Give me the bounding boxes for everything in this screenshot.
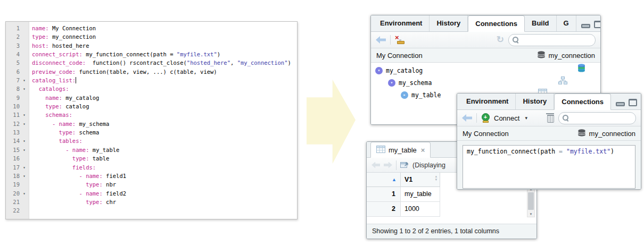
fold-icon[interactable]: ▾: [20, 189, 29, 198]
editor-line[interactable]: 7▾catalog_list:: [6, 76, 297, 84]
connection-row[interactable]: My Connection my_connection: [457, 126, 641, 141]
code-text: type: schema: [29, 128, 99, 137]
tab-history[interactable]: History: [430, 15, 468, 31]
yaml-editor[interactable]: 1name: My Connection2type: my_connection…: [5, 21, 298, 219]
editor-line[interactable]: 14▾ tables:: [6, 137, 297, 145]
editor-line[interactable]: 16 type: table: [6, 154, 297, 163]
editor-line[interactable]: 2type: my_connection: [6, 32, 297, 41]
fold-icon[interactable]: ▾: [20, 111, 29, 119]
code-text: type: catalog: [29, 102, 89, 111]
editor-line[interactable]: 13 type: schema: [6, 128, 297, 137]
editor-line[interactable]: 5disconnect_code: function() rscontract_…: [6, 58, 297, 67]
database-icon: [537, 51, 546, 60]
search-box[interactable]: [508, 34, 596, 46]
disconnect-icon[interactable]: ×: [395, 36, 406, 45]
connect-code-box[interactable]: my_function_connect(path = "myfile.txt"): [463, 145, 635, 189]
connect-base: [483, 121, 489, 123]
connect-icon[interactable]: +: [481, 113, 490, 123]
back-icon[interactable]: [376, 36, 386, 44]
open-in-window-icon[interactable]: [400, 160, 409, 170]
tab-connections[interactable]: Connections: [554, 94, 611, 110]
code-text: - name: field2: [29, 189, 126, 198]
minimize-icon[interactable]: [616, 102, 625, 106]
line-number: 12: [6, 120, 20, 128]
code-segment: my_catalog: [62, 95, 100, 101]
code-segment: my_function_connect(path =: [82, 51, 177, 57]
maximize-icon[interactable]: [594, 21, 601, 28]
connect-button[interactable]: Connect: [494, 114, 519, 122]
fold-icon[interactable]: ▾: [20, 137, 29, 145]
trash-icon[interactable]: [547, 115, 554, 123]
editor-line[interactable]: 11▾ schemas:: [6, 111, 297, 119]
tab-environment[interactable]: Environment: [373, 15, 430, 31]
vertical-scrollbar[interactable]: ▲ ▼: [527, 186, 535, 217]
fold-icon[interactable]: ▾: [20, 120, 29, 128]
right-arrow-graphic: [307, 80, 356, 164]
nav-forward-icon[interactable]: [384, 162, 392, 168]
row-number-header[interactable]: ▲: [367, 173, 401, 187]
editor-line[interactable]: 20▾ - name: field2: [6, 189, 297, 198]
editor-line[interactable]: 19 type: nbr: [6, 180, 297, 189]
code-segment: =: [559, 148, 563, 155]
editor-line[interactable]: 17▾ fields:: [6, 163, 297, 172]
code-segment: my_schema: [76, 121, 109, 127]
refresh-icon[interactable]: ↻: [497, 36, 504, 44]
fold-spacer: [20, 206, 29, 215]
code-segment: [32, 121, 52, 127]
fold-icon[interactable]: ▾: [20, 146, 29, 154]
editor-line[interactable]: 8▾ catalogs:: [6, 84, 297, 93]
connection-name: My Connection: [463, 130, 509, 138]
expand-icon[interactable]: ▸: [401, 91, 408, 99]
tab-history[interactable]: History: [516, 94, 554, 109]
editor-line[interactable]: 12▾ - name: my_schema: [6, 120, 297, 128]
fold-icon[interactable]: ▾: [20, 76, 29, 84]
editor-line[interactable]: 21 type: chr: [6, 198, 297, 206]
fold-spacer: [20, 41, 29, 50]
fold-spacer: [20, 102, 29, 111]
fold-icon[interactable]: ▾: [20, 84, 29, 93]
fold-spacer: [20, 198, 29, 206]
editor-line[interactable]: 15▾ - name: my_table: [6, 146, 297, 154]
editor-line[interactable]: 22: [6, 206, 297, 215]
row-number-cell: 2: [367, 202, 401, 217]
tree-row-my_catalog[interactable]: ▾my_catalog: [371, 64, 600, 77]
fold-icon[interactable]: ▾: [20, 163, 29, 172]
collapse-icon[interactable]: ▾: [375, 67, 383, 74]
nav-back-icon[interactable]: [371, 162, 380, 168]
editor-line[interactable]: 18▾ - name: field1: [6, 172, 297, 180]
column-header-v1[interactable]: V1▴▾: [401, 173, 440, 187]
scroll-down-icon[interactable]: ▼: [527, 212, 534, 217]
tab-g[interactable]: G: [557, 15, 576, 31]
code-segment: tables:: [59, 138, 82, 144]
editor-line[interactable]: 9 name: my_catalog: [6, 94, 297, 102]
maximize-icon[interactable]: [629, 99, 637, 106]
scroll-thumb[interactable]: [528, 192, 534, 210]
fold-icon[interactable]: ▾: [20, 172, 29, 180]
collapse-icon[interactable]: ▾: [388, 79, 395, 87]
viewer-tab[interactable]: my_table ×: [370, 142, 431, 158]
editor-line[interactable]: 6preview_code: function(table, view, ...…: [6, 67, 297, 76]
editor-line[interactable]: 1name: My Connection: [6, 24, 297, 32]
tab-connections[interactable]: Connections: [468, 15, 525, 32]
tab-build[interactable]: Build: [525, 15, 557, 31]
connections-toolbar: + Connect ▾: [457, 110, 641, 126]
fold-spacer: [20, 24, 29, 32]
code-segment: [32, 86, 39, 92]
tab-environment[interactable]: Environment: [459, 94, 516, 109]
sort-toggle-icon[interactable]: ▴▾: [435, 175, 437, 181]
search-box[interactable]: [558, 112, 636, 124]
code-segment: [32, 155, 72, 162]
close-icon[interactable]: ×: [421, 146, 425, 154]
connection-row[interactable]: My Connection my_connection: [371, 48, 600, 63]
fold-spacer: [20, 50, 29, 58]
connection-id: my_connection: [589, 130, 635, 138]
editor-line[interactable]: 4connect_script: my_function_connect(pat…: [6, 50, 297, 58]
sort-ascending-icon[interactable]: ▲: [392, 173, 397, 186]
toolbar-separator: [390, 35, 391, 45]
minimize-icon[interactable]: [581, 24, 590, 28]
editor-line[interactable]: 3host: hosted_here: [6, 41, 297, 50]
back-icon[interactable]: [462, 114, 472, 122]
table-row[interactable]: 21000: [367, 202, 536, 217]
search-icon: [513, 37, 519, 43]
editor-line[interactable]: 10 type: catalog: [6, 102, 297, 111]
